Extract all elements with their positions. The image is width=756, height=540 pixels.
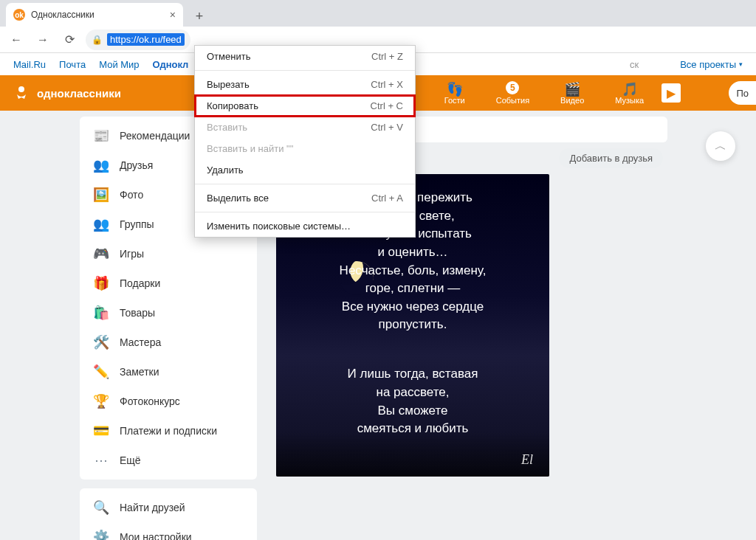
sidebar-secondary: 🔍Найти друзей⚙️Мои настройки <box>80 488 257 540</box>
context-menu-item[interactable]: ВырезатьCtrl + X <box>195 74 415 95</box>
post-text-bottom: И лишь тогда, вставая на рассвете, Вы см… <box>284 365 542 438</box>
toplink-search-placeholder[interactable]: ск <box>630 59 639 70</box>
context-menu-label: Выделить все <box>207 193 269 204</box>
context-menu-item[interactable]: Удалить <box>195 159 415 181</box>
header-right-button[interactable]: По <box>729 81 756 105</box>
toplink-mailru[interactable]: Mail.Ru <box>13 59 46 70</box>
sidebar-icon: 🎁 <box>93 275 109 291</box>
ok-nav-видео[interactable]: 🎬Видео <box>560 81 584 105</box>
browser-tab[interactable]: ok Одноклассники × <box>6 3 183 27</box>
toplink-moimir[interactable]: Мой Мир <box>99 59 139 70</box>
sidebar-item-заметки[interactable]: ✏️Заметки <box>80 357 257 387</box>
context-menu-label: Вставить и найти "" <box>207 143 293 154</box>
sidebar-item-ещё[interactable]: ⋯Ещё <box>80 446 257 475</box>
toplink-odnokl[interactable]: Однокл <box>153 59 189 70</box>
context-menu-separator <box>195 212 415 212</box>
context-menu-item[interactable]: Изменить поисковые системы… <box>195 215 415 237</box>
context-menu-label: Отменить <box>207 51 250 62</box>
context-menu-label: Изменить поисковые системы… <box>207 221 351 232</box>
browser-tab-strip: ok Одноклассники × + <box>0 0 756 27</box>
ok-favicon: ok <box>13 9 25 21</box>
context-menu: ОтменитьCtrl + ZВырезатьCtrl + XКопирова… <box>194 45 416 238</box>
sidebar-icon: 🎮 <box>93 246 109 262</box>
sidebar-item-подарки[interactable]: 🎁Подарки <box>80 269 257 298</box>
nav-icon: 🎵 <box>622 81 638 94</box>
ok-logo-icon <box>12 83 31 103</box>
context-menu-label: Копировать <box>207 100 258 111</box>
context-menu-label: Вставить <box>207 122 247 133</box>
sidebar-icon: 👥 <box>93 216 109 232</box>
nav-label: Видео <box>560 96 584 105</box>
sidebar-icon: 🔍 <box>93 499 109 516</box>
ok-nav-музыка[interactable]: 🎵Музыка <box>615 81 644 105</box>
sidebar-item-label: Подарки <box>120 277 160 289</box>
context-menu-item[interactable]: Выделить всеCtrl + A <box>195 187 415 209</box>
sidebar-icon: 🛠️ <box>93 334 109 350</box>
sidebar-icon: 🛍️ <box>93 305 109 321</box>
nav-label: Музыка <box>615 96 644 105</box>
sidebar-item-label: Ещё <box>120 454 141 466</box>
sidebar-icon: 🖼️ <box>93 187 109 203</box>
ok-nav-гости[interactable]: 👣Гости <box>444 81 465 105</box>
sidebar-item-label: Найти друзей <box>120 502 185 513</box>
forward-button[interactable]: → <box>32 30 53 50</box>
sidebar-item-фотоконкурс[interactable]: 🏆Фотоконкурс <box>80 387 257 416</box>
sidebar-item-игры[interactable]: 🎮Игры <box>80 239 257 269</box>
toplink-all-projects[interactable]: Все проекты <box>680 59 743 70</box>
context-menu-shortcut: Ctrl + V <box>371 122 403 133</box>
sidebar-item-товары[interactable]: 🛍️Товары <box>80 298 257 328</box>
post-signature: El <box>284 450 542 469</box>
sidebar-item-label: Мои настройки <box>120 531 192 540</box>
badge-icon: 5 <box>506 81 519 94</box>
nav-icon: 🎬 <box>564 81 580 94</box>
close-icon[interactable]: × <box>170 9 176 21</box>
sidebar-item-label: Рекомендации <box>120 130 190 142</box>
sidebar-item-label: Фотоконкурс <box>120 395 180 407</box>
nav-label: События <box>496 96 529 105</box>
add-friends-button[interactable]: Добавить в друзья <box>559 148 663 168</box>
lock-icon: 🔒 <box>92 35 103 45</box>
sidebar-item-label: Платежи и подписки <box>120 425 217 437</box>
sidebar-icon: 🏆 <box>93 393 109 409</box>
context-menu-shortcut: Ctrl + Z <box>371 51 403 62</box>
context-menu-item[interactable]: ОтменитьCtrl + Z <box>195 46 415 67</box>
context-menu-item: Вставить и найти "" <box>195 138 415 159</box>
sidebar-item-label: Фото <box>120 189 143 201</box>
reload-button[interactable]: ⟳ <box>59 30 80 50</box>
sidebar-icon: ⋯ <box>93 452 109 468</box>
sidebar-icon: 💳 <box>93 423 109 439</box>
scroll-to-top-button[interactable]: ︿ <box>706 131 735 161</box>
sidebar-icon: 👥 <box>93 157 109 173</box>
context-menu-item[interactable]: КопироватьCtrl + C <box>195 95 415 117</box>
nav-icon: 👣 <box>447 81 463 94</box>
sidebar-item-найти-друзей[interactable]: 🔍Найти друзей <box>80 493 257 522</box>
context-menu-separator <box>195 184 415 184</box>
context-menu-separator <box>195 70 415 71</box>
toplink-pochta[interactable]: Почта <box>59 59 86 70</box>
sidebar-item-мастера[interactable]: 🛠️Мастера <box>80 328 257 357</box>
play-button[interactable]: ▶ <box>662 83 681 103</box>
context-menu-item: ВставитьCtrl + V <box>195 117 415 138</box>
sidebar-item-label: Мастера <box>120 336 161 348</box>
ok-brand-text: одноклассники <box>37 87 121 100</box>
svg-point-0 <box>18 86 24 92</box>
ok-nav-события[interactable]: 5События <box>496 81 529 105</box>
tab-title: Одноклассники <box>31 10 94 20</box>
address-bar[interactable]: 🔒 https://ok.ru/feed <box>86 30 190 50</box>
sidebar-item-label: Товары <box>120 307 155 319</box>
sidebar-item-label: Друзья <box>120 159 153 171</box>
context-menu-shortcut: Ctrl + A <box>371 193 403 204</box>
sidebar-item-label: Группы <box>120 218 154 230</box>
context-menu-shortcut: Ctrl + X <box>371 79 403 90</box>
context-menu-label: Удалить <box>207 165 244 176</box>
sidebar-icon: ✏️ <box>93 364 109 380</box>
sidebar-item-мои-настройки[interactable]: ⚙️Мои настройки <box>80 522 257 540</box>
context-menu-label: Вырезать <box>207 79 250 90</box>
back-button[interactable]: ← <box>6 30 27 50</box>
ok-nav: 👥Друзья👣Гости5События🎬Видео🎵Музыка <box>387 81 644 105</box>
sidebar-item-платежи-и-подписки[interactable]: 💳Платежи и подписки <box>80 416 257 446</box>
sidebar-icon: ⚙️ <box>93 529 109 540</box>
new-tab-button[interactable]: + <box>189 6 210 27</box>
ok-logo[interactable]: одноклассники <box>12 83 121 103</box>
sidebar-item-label: Игры <box>120 248 144 260</box>
